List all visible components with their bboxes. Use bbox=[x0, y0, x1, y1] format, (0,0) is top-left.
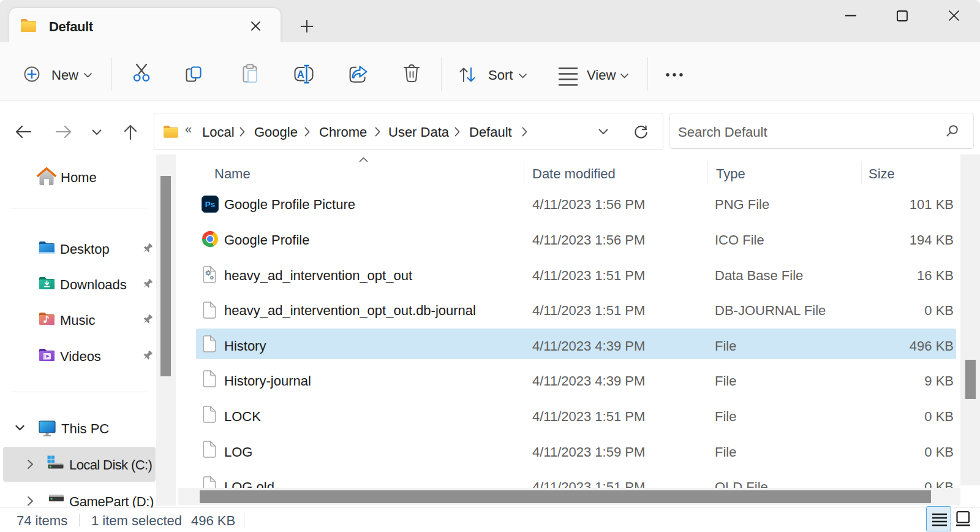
svg-text:A: A bbox=[297, 69, 304, 80]
svg-text:Ps: Ps bbox=[205, 200, 216, 209]
